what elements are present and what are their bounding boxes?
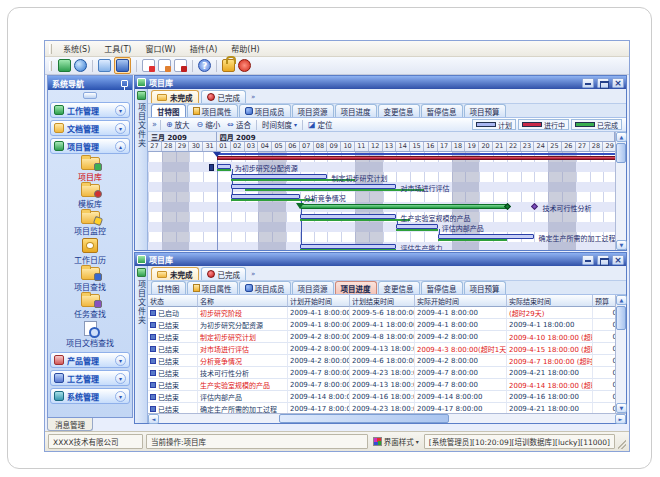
tab-unfinished[interactable]: 未完成 bbox=[151, 90, 199, 103]
summary-plan-bar[interactable] bbox=[217, 153, 615, 155]
tab-unfinished[interactable]: 未完成 bbox=[151, 267, 199, 280]
maximize-button[interactable] bbox=[597, 255, 609, 265]
minimize-button[interactable] bbox=[582, 78, 594, 88]
table-row[interactable]: 已结束技术可行性分析2009-4-7 8:00:002009-4-23 18:0… bbox=[148, 367, 615, 379]
tab-change-info[interactable]: 变更信息 bbox=[378, 281, 420, 294]
maximize-button[interactable] bbox=[597, 78, 609, 88]
column-header[interactable]: 实际开始时间 bbox=[415, 295, 507, 307]
gantt-vertical-scrollbar[interactable]: ▲▼ bbox=[615, 132, 626, 250]
resize-grip[interactable] bbox=[618, 435, 626, 449]
scroll-track[interactable] bbox=[616, 142, 626, 240]
tab-project-resources[interactable]: 项目资源 bbox=[292, 281, 334, 294]
minimize-button[interactable] bbox=[582, 255, 594, 265]
exit-icon[interactable] bbox=[238, 59, 251, 72]
chevron-down-icon[interactable]: ▾ bbox=[115, 391, 126, 402]
tab-completed[interactable]: 已完成 bbox=[201, 267, 247, 280]
table-row[interactable]: 已结束制定初步研究计划2009-4-2 8:00:002009-4-8 18:0… bbox=[148, 331, 615, 343]
scroll-left-button[interactable]: ◄ bbox=[148, 414, 159, 424]
doc-new-icon[interactable] bbox=[142, 59, 155, 72]
tab-change-info[interactable]: 变更信息 bbox=[378, 104, 420, 117]
table-vertical-scrollbar[interactable]: ▲▼ bbox=[615, 295, 626, 413]
zoom-out-button[interactable]: ⊖缩小 bbox=[195, 119, 223, 130]
column-header[interactable]: 计划开始时间 bbox=[288, 295, 350, 307]
section-document-management[interactable]: 文档管理▾ bbox=[50, 120, 130, 136]
item-project-doc-search[interactable]: 项目文档查找 bbox=[66, 321, 114, 348]
tab-project-progress[interactable]: 项目进度 bbox=[335, 104, 377, 117]
lock-icon[interactable] bbox=[222, 59, 235, 72]
actual-progress-bar[interactable] bbox=[231, 199, 314, 201]
menu-system[interactable]: 系统(S) bbox=[57, 42, 96, 55]
tab-pause-info[interactable]: 暂停信息 bbox=[421, 104, 463, 117]
table-horizontal-scrollbar[interactable]: ◄► bbox=[148, 413, 626, 423]
actual-progress-bar[interactable] bbox=[300, 219, 410, 221]
tab-project-budget[interactable]: 项目预算 bbox=[464, 281, 506, 294]
close-button[interactable] bbox=[612, 255, 624, 265]
table-row[interactable]: 已结束评估内部产品2009-4-14 8:00:002009-4-16 18:0… bbox=[148, 391, 615, 403]
toolbar-overflow-icon[interactable]: » bbox=[152, 120, 157, 129]
actual-progress-bar[interactable] bbox=[217, 169, 231, 171]
tab-message-management[interactable]: 消息管理 bbox=[47, 418, 93, 431]
fit-button[interactable]: ⇔适合 bbox=[225, 119, 253, 130]
scroll-thumb[interactable] bbox=[616, 143, 626, 163]
tab-project-resources[interactable]: 项目资源 bbox=[292, 104, 334, 117]
item-project-library[interactable]: 项目库 bbox=[78, 157, 102, 182]
tab-overflow-button[interactable]: » bbox=[248, 270, 258, 278]
item-work-calendar[interactable]: 工作日历 bbox=[74, 238, 106, 265]
table-row[interactable]: 已结束为初步研究分配资源2009-4-1 8:00:002009-4-1 18:… bbox=[148, 319, 615, 331]
table-row[interactable]: 已结束确定生产所需的加工过程2009-4-17 8:00:002009-4-23… bbox=[148, 403, 615, 413]
side-panel-tab-project-folder[interactable]: 项目文件夹 bbox=[135, 89, 148, 250]
chevron-up-icon[interactable]: ▴ bbox=[115, 141, 126, 152]
section-product-management[interactable]: 产品管理▾ bbox=[50, 352, 130, 368]
tab-project-properties[interactable]: 项目属性 bbox=[187, 281, 238, 294]
sidebar-collapse-button[interactable] bbox=[83, 92, 97, 99]
table-row[interactable]: 已结束分析竞争情况2009-4-2 8:00:002009-4-6 18:00:… bbox=[148, 355, 615, 367]
zoom-in-button[interactable]: ⊕放大 bbox=[164, 119, 192, 130]
item-task-search[interactable]: 任务查找 bbox=[74, 294, 106, 319]
section-work-management[interactable]: 工作管理▾ bbox=[50, 102, 130, 118]
interface-style-button[interactable]: 界面样式 ▾ bbox=[371, 436, 421, 447]
section-project-management[interactable]: 项目管理▴ bbox=[50, 138, 130, 154]
item-project-search[interactable]: 项目查找 bbox=[74, 267, 106, 292]
section-system-management[interactable]: 系统管理▾ bbox=[50, 388, 130, 404]
actual-progress-bar[interactable] bbox=[245, 189, 424, 191]
window-title-bar[interactable]: 项目库 bbox=[135, 253, 626, 266]
scroll-up-button[interactable]: ▲ bbox=[616, 132, 627, 142]
tab-project-members[interactable]: 项目成员 bbox=[239, 104, 291, 117]
scroll-down-button[interactable]: ▼ bbox=[616, 403, 627, 413]
tab-gantt[interactable]: 甘特图 bbox=[151, 281, 186, 294]
locate-button[interactable]: ◪定位 bbox=[306, 119, 335, 130]
scroll-right-button[interactable]: ► bbox=[615, 414, 626, 424]
chevron-down-icon[interactable]: ▾ bbox=[115, 373, 126, 384]
close-button[interactable] bbox=[612, 78, 624, 88]
tab-project-progress[interactable]: 项目进度 bbox=[335, 281, 377, 294]
actual-progress-bar[interactable] bbox=[300, 249, 397, 250]
doc-check-icon[interactable] bbox=[158, 59, 171, 72]
table-row[interactable]: 已启动初步研究阶段2009-4-1 8:00:002009-5-6 18:00:… bbox=[148, 307, 615, 319]
sidebar-header[interactable]: 系统导航 bbox=[48, 76, 132, 90]
column-header[interactable]: 名称 bbox=[198, 295, 288, 307]
menu-plugins[interactable]: 插件(A) bbox=[184, 42, 224, 55]
window-title-bar[interactable]: 项目库 bbox=[135, 76, 626, 89]
pushpin-icon[interactable] bbox=[121, 80, 128, 87]
tab-overflow-button[interactable]: » bbox=[248, 93, 258, 101]
doc-delete-icon[interactable] bbox=[174, 59, 187, 72]
section-process-management[interactable]: 工艺管理▾ bbox=[50, 370, 130, 386]
tab-pause-info[interactable]: 暂停信息 bbox=[421, 281, 463, 294]
scroll-thumb[interactable] bbox=[279, 414, 449, 423]
system-monitor-icon[interactable] bbox=[58, 59, 71, 72]
scroll-up-button[interactable]: ▲ bbox=[616, 295, 627, 305]
open-folder-icon[interactable] bbox=[98, 59, 111, 72]
chevron-down-icon[interactable]: ▾ bbox=[115, 355, 126, 366]
item-template-library[interactable]: 模板库 bbox=[78, 184, 102, 209]
column-header[interactable]: 状态 bbox=[148, 295, 198, 307]
tab-project-properties[interactable]: 项目属性 bbox=[187, 104, 238, 117]
table-row[interactable]: 已结束生产实验室规模的产品2009-4-7 8:00:002009-4-13 1… bbox=[148, 379, 615, 391]
tab-completed[interactable]: 已完成 bbox=[201, 90, 247, 103]
menu-help[interactable]: 帮助(H) bbox=[225, 42, 265, 55]
tab-project-budget[interactable]: 项目预算 bbox=[464, 104, 506, 117]
help-circle-icon[interactable] bbox=[198, 59, 211, 72]
timescale-button[interactable]: 时间刻度▾ bbox=[260, 119, 299, 130]
menu-tools[interactable]: 工具(T) bbox=[98, 42, 137, 55]
scroll-thumb[interactable] bbox=[616, 306, 626, 330]
save-disk-icon[interactable] bbox=[116, 59, 129, 72]
